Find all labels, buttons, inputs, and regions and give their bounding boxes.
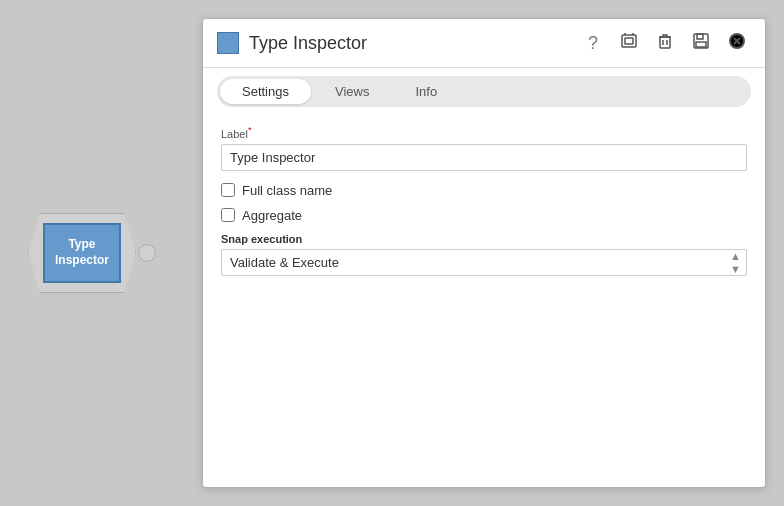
- panel-body: Label* Full class name Aggregate Snap ex…: [203, 115, 765, 487]
- aggregate-checkbox[interactable]: [221, 208, 235, 222]
- panel: Type Inspector ?: [202, 18, 766, 488]
- node-label: TypeInspector: [55, 237, 109, 268]
- aggregate-row: Aggregate: [221, 208, 747, 223]
- label-input[interactable]: [221, 144, 747, 171]
- snapshot-icon: [620, 32, 638, 54]
- snap-execution-label: Snap execution: [221, 233, 747, 245]
- full-class-name-checkbox[interactable]: [221, 183, 235, 197]
- close-button[interactable]: [723, 29, 751, 57]
- header-actions: ?: [579, 29, 751, 57]
- snapshot-button[interactable]: [615, 29, 643, 57]
- snap-execution-wrapper: Validate & Execute Execute Only Validate…: [221, 249, 747, 276]
- save-icon: [692, 32, 710, 54]
- canvas-area: TypeInspector: [0, 0, 184, 506]
- help-button[interactable]: ?: [579, 29, 607, 57]
- node-wrapper: TypeInspector: [28, 213, 156, 293]
- full-class-name-row: Full class name: [221, 183, 747, 198]
- svg-rect-8: [697, 34, 703, 39]
- svg-rect-9: [696, 42, 706, 47]
- snap-execution-select[interactable]: Validate & Execute Execute Only Validate…: [221, 249, 747, 276]
- panel-header: Type Inspector ?: [203, 19, 765, 68]
- tab-info[interactable]: Info: [393, 79, 459, 104]
- save-button[interactable]: [687, 29, 715, 57]
- panel-title: Type Inspector: [249, 33, 569, 54]
- label-field-label: Label*: [221, 125, 747, 140]
- node-connector: [138, 244, 156, 262]
- tabs-bar: Settings Views Info: [217, 76, 751, 107]
- delete-icon: [656, 32, 674, 54]
- panel-header-icon: [217, 32, 239, 54]
- svg-rect-4: [660, 37, 670, 48]
- node-shape[interactable]: TypeInspector: [28, 213, 136, 293]
- delete-button[interactable]: [651, 29, 679, 57]
- close-icon: [728, 32, 746, 54]
- svg-rect-0: [622, 35, 636, 47]
- help-icon: ?: [588, 33, 598, 54]
- tab-views[interactable]: Views: [313, 79, 391, 104]
- node-inner: TypeInspector: [43, 223, 121, 283]
- full-class-name-label[interactable]: Full class name: [242, 183, 332, 198]
- svg-rect-1: [625, 38, 633, 44]
- aggregate-label[interactable]: Aggregate: [242, 208, 302, 223]
- tab-settings[interactable]: Settings: [220, 79, 311, 104]
